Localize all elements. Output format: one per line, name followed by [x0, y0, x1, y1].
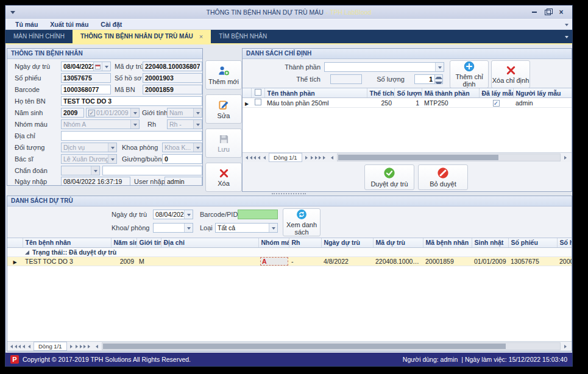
menu-xuat-tui-mau[interactable]: Xuất túi máu — [44, 21, 94, 28]
group-cell[interactable]: Trạng thái:: Đã duyệt dự trù — [23, 247, 572, 256]
ds-pager-next-button[interactable] — [68, 343, 76, 350]
col-so-phieu[interactable]: Số phiếu — [508, 238, 557, 247]
minimize-button[interactable] — [528, 7, 540, 17]
ds-pager-last-button[interactable] — [84, 343, 92, 350]
barcode-field[interactable] — [61, 85, 111, 94]
tab-list-icon[interactable] — [565, 36, 569, 40]
hscroll-track[interactable] — [337, 153, 561, 161]
select-all-checkbox[interactable] — [255, 89, 261, 96]
col-rh[interactable]: Rh — [289, 238, 321, 247]
sua-button[interactable]: Sửa — [205, 94, 242, 124]
doi-tuong-select[interactable]: Dịch vụ — [61, 143, 117, 152]
xoa-button[interactable]: Xóa — [205, 163, 242, 192]
ds-pager-prev-page-button[interactable] — [16, 343, 24, 350]
col-nhom-mau[interactable]: Nhóm máu — [258, 238, 289, 247]
pager-next-page-button[interactable] — [311, 154, 319, 161]
col-da-lay-mau[interactable]: Đã lấy mẫu — [479, 88, 513, 98]
group-row[interactable]: Trạng thái:: Đã duyệt dự trù — [7, 247, 572, 256]
col-ma-du-tru[interactable]: Mã dự trù — [373, 238, 423, 247]
ds-hscroll-thumb[interactable] — [103, 344, 506, 349]
da-lay-mau-checkbox[interactable]: ✓ — [493, 100, 500, 107]
tab-tim-benh-nhan[interactable]: TÌM BỆNH NHÂN — [211, 30, 275, 43]
close-button[interactable]: × — [555, 7, 567, 17]
pager-prev-page-button[interactable] — [252, 154, 260, 161]
them-chi-dinh-button[interactable]: Thêm chỉ định — [450, 60, 489, 88]
ma-bn-field[interactable] — [143, 85, 202, 94]
loai-select[interactable]: Tất cả — [215, 223, 278, 233]
ds-pager-first-button[interactable] — [9, 343, 16, 350]
window-menu-icon[interactable] — [10, 11, 15, 16]
so-luong-up-icon[interactable] — [435, 75, 442, 80]
col-ngay-du-tru[interactable]: Ngày dự trù — [321, 238, 373, 247]
giuong-buong-field[interactable] — [162, 154, 202, 164]
ds-hscroll-right-button[interactable] — [562, 343, 570, 350]
gioi-tinh-dropdown-icon[interactable] — [193, 108, 202, 117]
pager-first-button[interactable] — [244, 154, 252, 161]
col-dia-chi[interactable]: Địa chỉ — [161, 238, 258, 247]
ngay-du-tru-field[interactable]: 08/04/2022 — [61, 62, 111, 71]
bo-duyet-button[interactable]: Bỏ duyệt — [418, 164, 468, 190]
bac-si-dropdown-icon[interactable] — [108, 155, 116, 163]
ds-ngay-du-tru-dropdown-icon[interactable] — [184, 210, 193, 219]
them-moi-button[interactable]: Thêm mới — [205, 60, 242, 90]
hscroll-thumb[interactable] — [338, 155, 498, 160]
nam-sinh-field[interactable] — [61, 108, 84, 118]
nhom-mau-focused-cell[interactable]: A — [261, 258, 288, 265]
ds-khoa-phong-dropdown-icon[interactable] — [184, 224, 193, 232]
row-checkbox[interactable] — [255, 99, 261, 105]
col-ten-thanh-phan[interactable]: Tên thành phần — [264, 88, 367, 98]
thanh-phan-dropdown-icon[interactable] — [435, 63, 444, 71]
gioi-tinh-select[interactable]: Nam — [167, 108, 202, 118]
pager-prev-button[interactable] — [260, 154, 267, 161]
nhom-mau-select[interactable]: Nhóm A — [61, 119, 140, 129]
cell-da-lay-mau[interactable]: ✓ — [479, 98, 513, 108]
col-nam-sinh[interactable]: Năm sinh — [111, 238, 136, 247]
group-expanded-icon[interactable] — [25, 250, 29, 255]
calendar-dropdown-button[interactable] — [93, 62, 102, 71]
hscroll-right-button[interactable] — [562, 154, 570, 161]
col-ma-thanh-phan[interactable]: Mã thành phần — [422, 88, 479, 98]
doi-tuong-dropdown-icon[interactable] — [108, 143, 116, 152]
col-ten-benh-nhan[interactable]: Tên bệnh nhân — [23, 238, 111, 247]
ds-pager-next-page-button[interactable] — [76, 343, 84, 350]
ma-du-tru-field[interactable] — [143, 62, 202, 71]
col-gioi-tinh[interactable]: Giới tính — [136, 238, 161, 247]
restore-button[interactable] — [542, 7, 554, 17]
chan-doan-select[interactable] — [61, 166, 100, 175]
ds-hscroll-left-button[interactable] — [92, 343, 100, 350]
loai-dropdown-icon[interactable] — [269, 224, 277, 232]
chan-doan-dropdown-icon[interactable] — [91, 166, 99, 175]
ngay-sinh-field[interactable]: ✓ 01/01/2009 — [86, 108, 140, 118]
khoa-phong-dropdown-icon[interactable] — [193, 143, 202, 152]
ngay-sinh-checkbox[interactable]: ✓ — [88, 110, 95, 116]
col-select-all[interactable] — [251, 88, 264, 98]
rh-dropdown-icon[interactable] — [193, 120, 202, 129]
menu-tu-mau[interactable]: Tủ máu — [9, 21, 44, 28]
ds-hscroll-track[interactable] — [102, 342, 561, 350]
col-sinh-nhat[interactable]: Sinh nhật — [472, 238, 508, 247]
col-so-luong[interactable]: Số lượng — [394, 88, 422, 98]
dia-chi-field[interactable] — [61, 131, 202, 141]
du-tru-row[interactable]: ▶ TEST TOC DO 3 2009 M A - 4/8/2022 2204… — [7, 256, 572, 266]
hscroll-left-button[interactable] — [327, 154, 335, 161]
cell-nhom-mau[interactable]: A — [258, 256, 289, 266]
duyet-du-tru-button[interactable]: Duyệt dự trù — [364, 164, 414, 190]
pager-next-button[interactable] — [303, 154, 311, 161]
barcode-pid-field[interactable] — [238, 210, 278, 219]
col-ma-benh-nhan[interactable]: Mã bệnh nhân — [423, 238, 472, 247]
ngay-du-tru-dropdown-icon[interactable] — [102, 62, 110, 71]
so-luong-down-icon[interactable] — [435, 80, 442, 86]
khoa-phong-select[interactable]: Khoa K... — [162, 143, 202, 152]
so-luong-stepper[interactable] — [414, 74, 443, 84]
chi-dinh-row[interactable]: ▶ Máu toàn phần 250ml 250 1 MTP250 ✓ adm… — [243, 98, 572, 108]
tab-man-hinh-chinh[interactable]: MÀN HÌNH CHÍNH — [5, 30, 73, 43]
row-select-cell[interactable] — [251, 98, 264, 108]
ds-khoa-phong-select[interactable] — [153, 223, 193, 233]
xoa-chi-dinh-button[interactable]: Xóa chỉ định — [491, 60, 530, 88]
menu-cai-dat[interactable]: Cài đặt — [94, 21, 128, 28]
bac-si-select[interactable]: Lê Xuân Dương — [61, 154, 117, 164]
ds-pager-prev-button[interactable] — [24, 343, 32, 350]
so-luong-input[interactable] — [414, 74, 435, 84]
so-phieu-field[interactable] — [61, 73, 111, 83]
col-the-tich[interactable]: Thể tích — [367, 88, 394, 98]
